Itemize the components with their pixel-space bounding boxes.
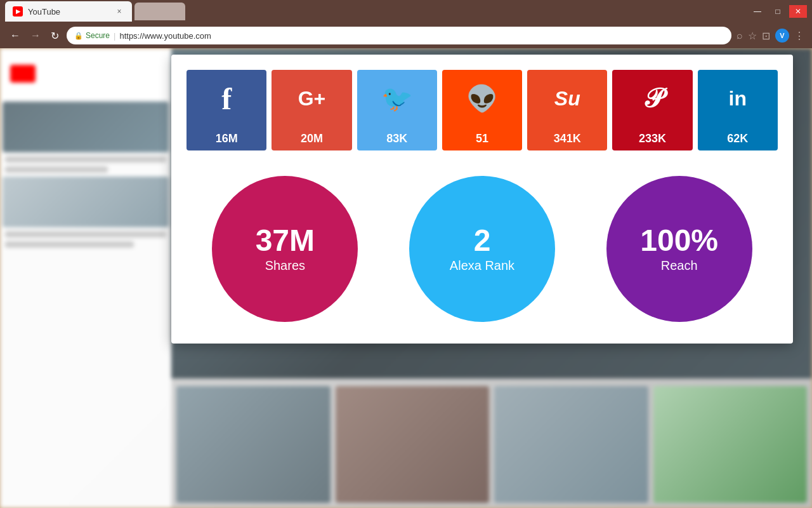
reach-value: 100% [640,225,718,256]
reach-circle: 100% Reach [606,176,752,322]
stumbleupon-icon-box: Su [527,70,607,127]
tab-title: YouTube [28,7,60,17]
video-thumb-1 [176,386,331,503]
video-grid [171,381,812,508]
sidebar-text-3 [5,231,166,237]
yt-logo [10,65,36,83]
googleplus-icon: G+ [298,87,326,110]
video-thumb-4 [653,386,808,503]
stumbleupon-icon: Su [554,87,580,110]
back-button[interactable]: ← [8,27,23,44]
refresh-button[interactable]: ↻ [48,27,62,44]
address-bar: ← → ↻ 🔒 Secure | https://www.youtube.com… [0,23,812,48]
twitter-count: 83K [357,127,437,150]
reddit-icon-box: 👽 [442,70,522,127]
reach-label: Reach [661,258,698,273]
sidebar-thumb-1 [3,102,169,152]
maximize-button[interactable]: □ [769,5,787,18]
twitter-icon: 🐦 [381,84,413,114]
reddit-card: 👽 51 [442,70,522,150]
cast-icon[interactable]: ⊡ [762,30,770,42]
googleplus-card: G+ 20M [272,70,351,150]
pinterest-icon: 𝒫 [643,83,662,114]
menu-icon[interactable]: ⋮ [794,30,804,42]
tab-favicon: ▶ [13,6,23,17]
stats-circles-row: 37M Shares 2 Alexa Rank 100% Reach [187,170,778,328]
reddit-icon: 👽 [466,84,498,114]
pinterest-icon-box: 𝒫 [612,70,692,127]
alexa-label: Alexa Rank [450,258,514,273]
linkedin-icon-box: in [698,70,778,127]
secure-badge: 🔒 Secure [74,31,110,40]
inactive-tab[interactable] [134,3,185,20]
stumbleupon-card: Su 341K [527,70,607,150]
shares-circle: 37M Shares [212,176,358,322]
stumbleupon-count: 341K [527,127,607,150]
search-icon[interactable]: ⌕ [737,30,743,41]
sidebar-text-2 [5,166,108,173]
video-thumb-3 [494,386,648,503]
twitter-card: 🐦 83K [357,70,437,150]
active-tab[interactable]: ▶ YouTube × [5,1,132,22]
address-bar-icons: ⌕ ☆ ⊡ V ⋮ [737,29,804,43]
googleplus-count: 20M [272,127,351,150]
yt-sidebar [0,48,171,508]
reddit-count: 51 [442,127,522,150]
forward-button[interactable]: → [28,27,43,44]
close-button[interactable]: ✕ [789,5,807,18]
alexa-circle: 2 Alexa Rank [409,176,555,322]
sidebar-thumb-2 [3,177,169,227]
lock-icon: 🔒 [74,32,83,40]
page-content: f 16M G+ 20M 🐦 83K 👽 [0,48,812,508]
pinterest-count: 233K [612,127,692,150]
yt-header [0,48,171,99]
twitter-icon-box: 🐦 [357,70,437,127]
shares-label: Shares [265,258,305,273]
sidebar-text-4 [5,241,134,248]
pinterest-card: 𝒫 233K [612,70,692,150]
url-text: https://www.youtube.com [119,31,211,41]
social-icons-row: f 16M G+ 20M 🐦 83K 👽 [187,70,778,150]
separator: | [114,31,115,41]
facebook-count: 16M [187,127,266,150]
sidebar-text-1 [5,156,166,163]
secure-label: Secure [86,31,110,40]
social-stats-panel: f 16M G+ 20M 🐦 83K 👽 [171,55,793,344]
browser-window: ▶ YouTube × — □ ✕ ← → ↻ 🔒 Secure | https… [0,0,812,48]
alexa-value: 2 [474,225,491,256]
window-controls: — □ ✕ [749,5,807,18]
title-bar: ▶ YouTube × — □ ✕ [0,0,812,23]
linkedin-card: in 62K [698,70,778,150]
minimize-button[interactable]: — [749,5,766,18]
linkedin-count: 62K [698,127,778,150]
facebook-icon: f [221,81,232,116]
url-bar[interactable]: 🔒 Secure | https://www.youtube.com [67,27,731,44]
facebook-card: f 16M [187,70,266,150]
facebook-icon-box: f [187,70,266,127]
linkedin-icon: in [729,87,747,110]
googleplus-icon-box: G+ [272,70,351,127]
video-thumb-2 [336,386,490,503]
tab-close-button[interactable]: × [114,6,124,17]
shares-value: 37M [256,225,315,256]
extension-button[interactable]: V [775,29,789,43]
bookmark-icon[interactable]: ☆ [748,30,757,42]
